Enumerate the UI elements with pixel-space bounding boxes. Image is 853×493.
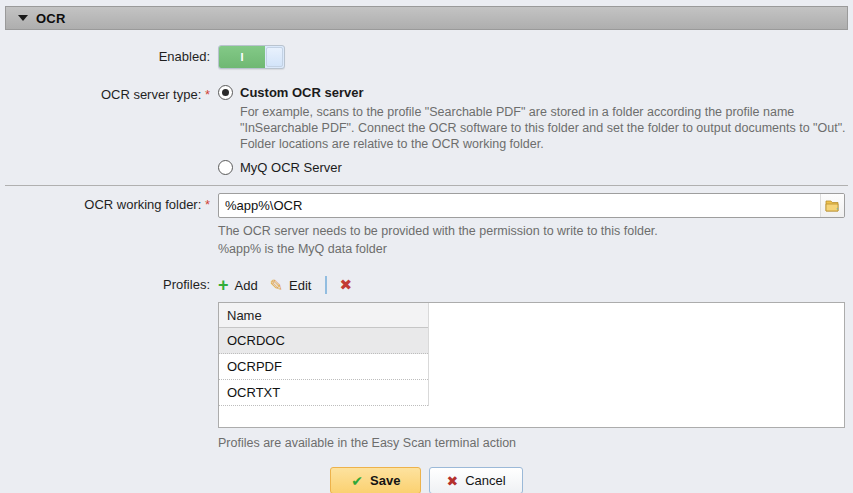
enabled-toggle[interactable]: I xyxy=(218,45,285,69)
server-type-row: OCR server type: * Custom OCR server For… xyxy=(0,83,853,175)
radio-unselected-icon[interactable] xyxy=(218,160,233,175)
toolbar-separator xyxy=(325,276,327,294)
server-type-label-text: OCR server type: xyxy=(101,87,201,102)
section-title: OCR xyxy=(36,11,66,26)
table-row-ocrdoc[interactable]: OCRDOC xyxy=(219,328,428,354)
working-folder-help-2: %app% is the MyQ data folder xyxy=(218,241,853,257)
section-header-ocr[interactable]: OCR xyxy=(5,6,848,30)
toggle-knob[interactable] xyxy=(266,47,283,67)
section-divider xyxy=(5,185,848,186)
ocr-settings-panel: OCR Enabled: I OCR server type: * Custom… xyxy=(0,6,853,493)
cancel-button-label: Cancel xyxy=(465,473,505,488)
check-icon: ✔ xyxy=(351,473,363,489)
edit-button-label: Edit xyxy=(289,278,311,293)
save-button[interactable]: ✔ Save xyxy=(330,467,421,493)
add-button-label: Add xyxy=(235,278,258,293)
profiles-table: Name OCRDOC OCRPDF OCRTXT xyxy=(218,302,845,428)
profiles-toolbar: + Add ✎ Edit ✖ xyxy=(218,273,853,297)
table-row-ocrpdf[interactable]: OCRPDF xyxy=(219,354,428,380)
cancel-x-icon: ✖ xyxy=(446,473,458,489)
radio-selected-icon[interactable] xyxy=(218,85,233,100)
table-row-ocrtxt[interactable]: OCRTXT xyxy=(219,380,428,406)
working-folder-row: OCR working folder: * The OCR server nee… xyxy=(0,193,853,257)
radio-label-custom: Custom OCR server xyxy=(240,85,364,100)
profiles-help-text: Profiles are available in the Easy Scan … xyxy=(218,436,853,450)
working-folder-label: OCR working folder: * xyxy=(0,193,210,212)
working-folder-help-1: The OCR server needs to be provided with… xyxy=(218,223,853,239)
plus-icon: + xyxy=(218,277,229,293)
toggle-on-segment: I xyxy=(219,46,265,68)
radio-option-myq-ocr-server[interactable]: MyQ OCR Server xyxy=(218,160,853,175)
delete-x-icon: ✖ xyxy=(339,276,352,294)
profiles-table-column: Name OCRDOC OCRPDF OCRTXT xyxy=(219,303,429,406)
folder-icon xyxy=(825,199,840,212)
cancel-button[interactable]: ✖ Cancel xyxy=(429,467,522,493)
radio-label-myq: MyQ OCR Server xyxy=(240,160,342,175)
collapse-triangle-icon xyxy=(18,15,28,21)
enabled-label: Enabled: xyxy=(0,45,210,64)
add-profile-button[interactable]: + Add xyxy=(218,277,258,293)
pencil-icon: ✎ xyxy=(270,276,283,295)
browse-folder-button[interactable] xyxy=(820,194,844,217)
footer-actions: ✔ Save ✖ Cancel xyxy=(0,467,853,493)
required-asterisk: * xyxy=(205,197,210,212)
required-asterisk: * xyxy=(205,87,210,102)
column-header-name[interactable]: Name xyxy=(219,303,428,328)
working-folder-label-text: OCR working folder: xyxy=(84,197,201,212)
custom-ocr-description: For example, scans to the profile "Searc… xyxy=(240,104,852,152)
profiles-row: Profiles: + Add ✎ Edit ✖ Name O xyxy=(0,273,853,450)
delete-profile-button[interactable]: ✖ xyxy=(339,276,352,294)
server-type-label: OCR server type: * xyxy=(0,83,210,102)
edit-profile-button[interactable]: ✎ Edit xyxy=(270,276,312,295)
working-folder-input-wrap xyxy=(218,193,845,218)
radio-option-custom-ocr-server[interactable]: Custom OCR server xyxy=(218,85,853,100)
enabled-row: Enabled: I xyxy=(0,45,853,69)
working-folder-input[interactable] xyxy=(219,194,820,217)
profiles-label: Profiles: xyxy=(0,273,210,292)
save-button-label: Save xyxy=(370,473,400,488)
